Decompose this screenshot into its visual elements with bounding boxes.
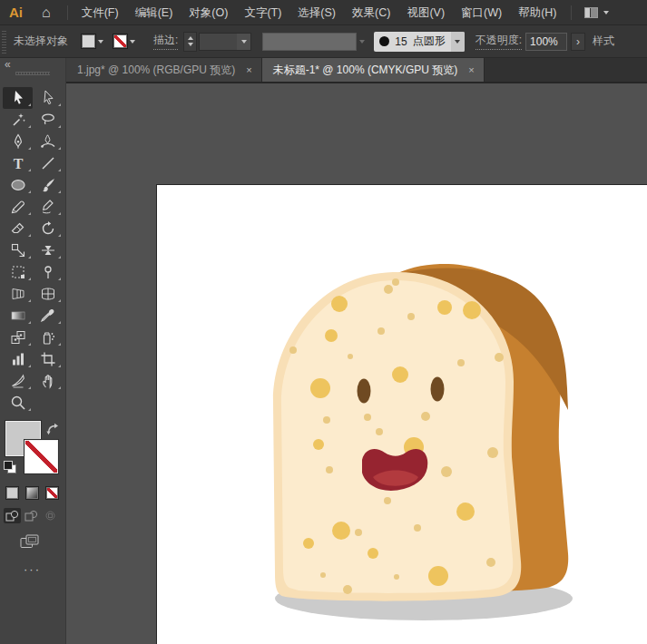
svg-text:T: T [13, 156, 23, 171]
color-button[interactable] [5, 486, 19, 500]
grain-spot [456, 503, 475, 521]
variable-width-profile-select[interactable] [262, 33, 357, 51]
scale-tool[interactable] [3, 239, 33, 261]
width-tool[interactable] [33, 239, 63, 261]
puppet-warp-tool[interactable] [33, 261, 63, 283]
draw-behind-button[interactable] [23, 508, 40, 523]
menu-item-5[interactable]: 选择(S) [289, 0, 344, 25]
style-label[interactable]: 样式 [593, 34, 614, 49]
panel-grip[interactable] [2, 30, 6, 54]
grain-spot [487, 447, 498, 458]
close-icon[interactable]: × [246, 64, 251, 75]
rotate-tool[interactable] [33, 218, 63, 239]
menu-item-7[interactable]: 视图(V) [398, 0, 453, 25]
ellipse-tool[interactable] [3, 174, 33, 196]
opacity-label[interactable]: 不透明度: [475, 33, 522, 50]
none-button[interactable] [45, 486, 59, 500]
width-tool-icon [40, 242, 56, 259]
menu-item-3[interactable]: 对象(O) [181, 0, 236, 25]
edit-toolbar-button[interactable]: ··· [24, 562, 65, 576]
collapse-panel-button[interactable]: « [5, 58, 11, 71]
lasso-tool[interactable] [33, 109, 63, 131]
canvas[interactable] [66, 83, 647, 644]
hand-tool[interactable] [33, 370, 63, 392]
fill-swatch[interactable] [81, 34, 96, 49]
magic-wand-tool[interactable] [3, 109, 33, 131]
artboard[interactable] [156, 184, 647, 644]
selection-tool[interactable] [3, 87, 33, 109]
line-segment-tool-icon [40, 155, 56, 171]
gradient-tool[interactable] [3, 305, 33, 327]
mesh-tool[interactable] [33, 283, 63, 305]
eraser-tool[interactable] [3, 218, 33, 239]
menu-item-1[interactable]: 文件(F) [74, 0, 127, 25]
step-up-icon[interactable] [188, 36, 193, 40]
blend-tool[interactable] [3, 327, 33, 348]
zoom-tool[interactable] [3, 392, 33, 414]
grain-spot [377, 327, 385, 335]
pencil-tool[interactable] [3, 196, 33, 218]
direct-selection-tool[interactable] [33, 87, 63, 109]
grain-spot [428, 566, 448, 586]
stroke-none-swatch[interactable] [113, 34, 128, 49]
menu-item-9[interactable]: 帮助(H) [510, 0, 564, 25]
panel-grip[interactable] [15, 72, 50, 75]
opacity-flyout-button[interactable]: › [571, 33, 585, 51]
illustrator-window: Ai ⌂ 文件(F)编辑(E)对象(O)文字(T)选择(S)效果(C)视图(V)… [0, 0, 647, 644]
chevron-down-icon [359, 40, 365, 44]
stroke-swatch[interactable] [25, 440, 58, 473]
gradient-tool-icon [10, 307, 26, 324]
curvature-tool[interactable] [33, 131, 63, 152]
slice-tool[interactable] [3, 370, 33, 392]
perspective-grid-tool[interactable] [3, 283, 33, 305]
gradient-button[interactable] [25, 486, 39, 500]
grain-spot [463, 301, 481, 319]
line-segment-tool[interactable] [33, 152, 63, 174]
brush-definition-select[interactable]: 15 点圆形 [374, 32, 464, 52]
column-graph-tool[interactable] [3, 348, 33, 370]
eyedropper-tool[interactable] [33, 305, 63, 327]
free-transform-tool-icon [10, 264, 26, 280]
menu-item-2[interactable]: 编辑(E) [127, 0, 181, 25]
paintbrush-tool[interactable] [33, 174, 63, 196]
hand-tool-icon [40, 373, 56, 389]
draw-normal-button[interactable] [4, 508, 21, 523]
stroke-weight-label[interactable]: 描边: [153, 33, 178, 50]
shaper-tool[interactable] [33, 196, 63, 218]
draw-inside-button[interactable] [42, 508, 59, 523]
symbol-sprayer-tool[interactable] [33, 327, 63, 348]
workspace-switcher[interactable] [584, 7, 609, 18]
document-tab-active[interactable]: 未标题-1* @ 100% (CMYK/GPU 预览) × [262, 58, 485, 82]
menu-item-6[interactable]: 效果(C) [344, 0, 398, 25]
opacity-input[interactable]: 100% [525, 33, 567, 51]
chevron-down-icon [130, 40, 135, 44]
app-logo-icon[interactable]: Ai [0, 5, 31, 20]
workspace-layout-icon [584, 7, 598, 18]
screen-mode-button[interactable] [20, 534, 39, 550]
type-tool[interactable]: T [3, 152, 33, 174]
grain-spot [407, 313, 415, 320]
home-icon[interactable]: ⌂ [31, 0, 62, 25]
stroke-weight-select[interactable] [199, 33, 251, 51]
stroke-weight-stepper[interactable] [183, 32, 197, 52]
toast-illustration[interactable] [157, 185, 647, 644]
artboard-tool-icon [40, 351, 56, 367]
symbol-sprayer-tool-icon [40, 329, 56, 346]
grain-spot [421, 412, 430, 421]
document-tab-inactive[interactable]: 1.jpg* @ 100% (RGB/GPU 预览) × [66, 58, 262, 82]
close-icon[interactable]: × [468, 64, 474, 75]
pen-tool[interactable] [3, 131, 33, 152]
swap-fill-stroke-icon[interactable] [46, 423, 60, 435]
step-down-icon[interactable] [188, 43, 193, 46]
menu-item-8[interactable]: 窗口(W) [453, 0, 510, 25]
stroke-color-dropdown[interactable] [113, 34, 135, 49]
grain-spot [392, 366, 408, 383]
grain-spot [368, 548, 378, 559]
fill-color-dropdown[interactable] [81, 34, 103, 49]
free-transform-tool[interactable] [3, 261, 33, 283]
default-fill-stroke-icon[interactable] [4, 461, 16, 473]
rotate-tool-icon [40, 220, 56, 237]
artboard-tool[interactable] [33, 348, 63, 370]
selection-tool-icon [10, 90, 26, 106]
menu-item-4[interactable]: 文字(T) [236, 0, 289, 25]
